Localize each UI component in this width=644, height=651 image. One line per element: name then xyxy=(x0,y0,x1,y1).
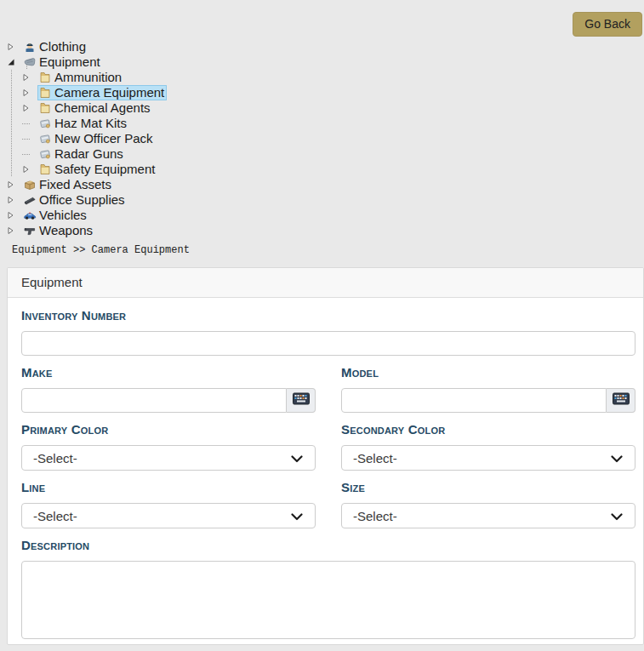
tree-item-label: Clothing xyxy=(39,39,86,54)
expander-collapsed-icon[interactable] xyxy=(7,208,22,223)
tree-node[interactable]: Chemical Agents xyxy=(37,100,153,116)
tree-node[interactable]: Radar Guns xyxy=(37,146,126,162)
panel-body: Inventory Number Make Model xyxy=(8,298,643,642)
description-field[interactable] xyxy=(21,561,635,639)
expander-collapsed-icon[interactable] xyxy=(7,223,22,238)
keyboard-button[interactable] xyxy=(287,388,316,413)
secondary-color-label: Secondary Color xyxy=(341,422,635,437)
inventory-tree: Clothing Equipment Ammunition Camera Equ… xyxy=(0,39,644,238)
stapler-icon xyxy=(23,193,37,207)
folder-icon xyxy=(38,86,52,100)
tree-node[interactable]: Vehicles xyxy=(22,208,89,223)
tree-item-radar-guns[interactable]: Radar Guns xyxy=(0,146,644,162)
tree-item-label: Safety Equipment xyxy=(54,162,155,177)
tree-node[interactable]: Haz Mat Kits xyxy=(37,116,129,131)
expander-collapsed-icon[interactable] xyxy=(7,39,22,54)
tree-node[interactable]: Safety Equipment xyxy=(37,162,157,177)
expander-collapsed-icon[interactable] xyxy=(7,177,22,192)
description-label: Description xyxy=(21,538,635,553)
tree-item-label: Ammunition xyxy=(54,70,122,85)
folder-icon xyxy=(38,101,52,115)
model-field[interactable] xyxy=(341,388,607,413)
breadcrumb: Equipment >> Camera Equipment xyxy=(12,244,644,256)
tree-item-office-supplies[interactable]: Office Supplies xyxy=(0,192,644,208)
chevron-down-icon xyxy=(611,451,623,465)
inventory-number-field[interactable] xyxy=(21,331,635,356)
model-label: Model xyxy=(341,365,635,380)
selected-option: -Select- xyxy=(353,451,397,465)
tree-item-safety-equipment[interactable]: Safety Equipment xyxy=(0,162,644,177)
selected-option: -Select- xyxy=(33,509,77,523)
kit-icon xyxy=(38,147,52,161)
expander-collapsed-icon[interactable] xyxy=(22,162,37,177)
go-back-button[interactable]: Go Back xyxy=(573,12,642,37)
keyboard-icon xyxy=(613,392,630,408)
tree-node[interactable]: Weapons xyxy=(22,223,95,238)
folder-icon xyxy=(38,163,52,176)
tree-leaf-stub xyxy=(22,116,37,131)
primary-color-label: Primary Color xyxy=(21,422,316,437)
tree-node[interactable]: Clothing xyxy=(22,39,88,54)
expander-collapsed-icon[interactable] xyxy=(22,70,37,85)
size-label: Size xyxy=(341,480,635,495)
tree-item-chemical-agents[interactable]: Chemical Agents xyxy=(0,100,644,116)
tree-node[interactable]: Office Supplies xyxy=(22,192,128,208)
tree-item-label: Chemical Agents xyxy=(54,100,151,116)
expander-collapsed-icon[interactable] xyxy=(7,192,22,208)
keyboard-icon xyxy=(293,392,310,408)
tree-item-label: Radar Guns xyxy=(54,146,123,162)
secondary-color-select[interactable]: -Select- xyxy=(341,445,635,471)
panel-title: Equipment xyxy=(8,268,643,298)
tree-item-haz-mat-kits[interactable]: Haz Mat Kits xyxy=(0,116,644,131)
chevron-down-icon xyxy=(291,509,303,523)
tree-item-clothing[interactable]: Clothing xyxy=(0,39,644,54)
chevron-down-icon xyxy=(611,509,623,523)
tree-item-label: Equipment xyxy=(39,54,100,70)
tree-leaf-stub xyxy=(22,131,37,146)
line-label: Line xyxy=(21,480,316,495)
make-field[interactable] xyxy=(21,388,287,413)
tree-node-selected[interactable]: Camera Equipment xyxy=(37,85,167,100)
tree-node[interactable]: Ammunition xyxy=(37,70,124,85)
primary-color-select[interactable]: -Select- xyxy=(21,445,316,471)
tree-item-label: New Officer Pack xyxy=(54,131,153,146)
folder-icon xyxy=(38,71,52,84)
expander-collapsed-icon[interactable] xyxy=(22,100,37,116)
expander-expanded-icon[interactable] xyxy=(7,54,22,70)
tree-node[interactable]: Equipment xyxy=(22,54,103,70)
keyboard-button[interactable] xyxy=(607,388,635,413)
tree-item-ammunition[interactable]: Ammunition xyxy=(0,70,644,85)
make-label: Make xyxy=(21,365,316,380)
size-select[interactable]: -Select- xyxy=(341,503,635,528)
tree-leaf-stub xyxy=(22,146,37,162)
selected-option: -Select- xyxy=(353,509,397,523)
equipment-icon xyxy=(23,55,37,69)
tree-item-new-officer-pack[interactable]: New Officer Pack xyxy=(0,131,644,146)
tree-item-label: Office Supplies xyxy=(39,192,125,208)
kit-icon xyxy=(38,132,52,146)
tree-item-label: Vehicles xyxy=(39,208,87,223)
crate-icon xyxy=(23,178,37,191)
tree-node[interactable]: New Officer Pack xyxy=(37,131,156,146)
tree-item-label: Weapons xyxy=(39,223,93,238)
top-bar: Go Back xyxy=(0,0,644,39)
tree-node[interactable]: Fixed Assets xyxy=(22,177,114,192)
police-officer-icon xyxy=(23,40,37,54)
tree-item-fixed-assets[interactable]: Fixed Assets xyxy=(0,177,644,192)
tree-item-label: Fixed Assets xyxy=(39,177,111,192)
tree-item-label: Haz Mat Kits xyxy=(54,116,127,131)
tree-item-equipment[interactable]: Equipment xyxy=(0,54,644,70)
equipment-form-panel: Equipment Inventory Number Make Model xyxy=(7,267,644,645)
tree-item-vehicles[interactable]: Vehicles xyxy=(0,208,644,223)
line-select[interactable]: -Select- xyxy=(21,503,316,528)
tree-item-weapons[interactable]: Weapons xyxy=(0,223,644,238)
tree-item-label: Camera Equipment xyxy=(54,85,164,100)
tree-item-camera-equipment[interactable]: Camera Equipment xyxy=(0,85,644,100)
handgun-icon xyxy=(23,224,37,237)
chevron-down-icon xyxy=(291,451,303,465)
expander-collapsed-icon[interactable] xyxy=(22,85,37,100)
kit-icon xyxy=(38,117,52,130)
inventory-number-label: Inventory Number xyxy=(21,308,635,323)
selected-option: -Select- xyxy=(33,451,77,465)
police-car-icon xyxy=(23,208,37,222)
